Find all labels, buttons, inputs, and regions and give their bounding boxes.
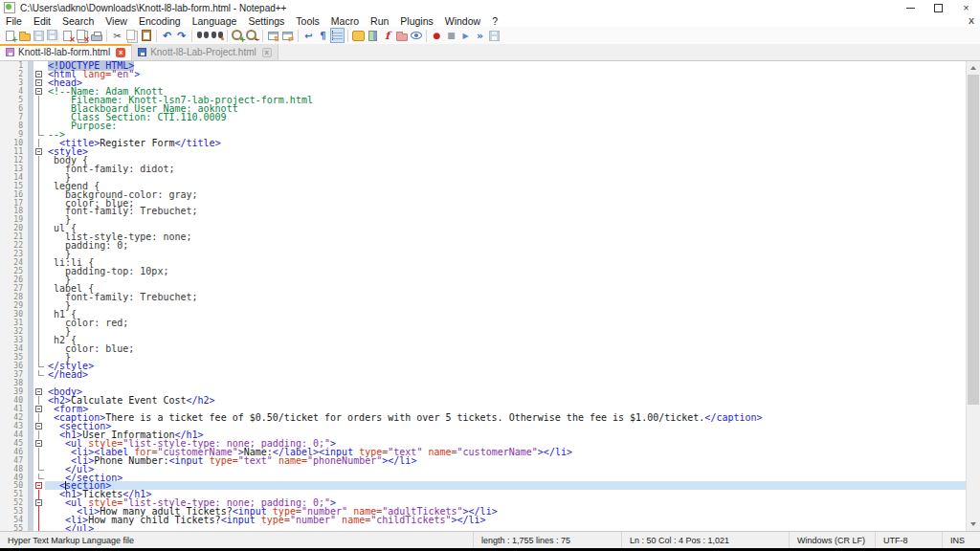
fold-margin[interactable] — [33, 147, 45, 156]
open-file-icon[interactable] — [18, 29, 31, 42]
cut-icon[interactable]: ✂ — [111, 29, 123, 42]
code-line[interactable]: 47 <li>Phone Number:<input type="text" n… — [0, 456, 966, 465]
code-text[interactable]: h2 { — [45, 336, 966, 344]
tab-Knott-l8-lab-form.html[interactable]: Knott-l8-lab-form.htmlx — [0, 44, 132, 60]
fold-margin[interactable] — [33, 319, 45, 327]
code-text[interactable]: padding-top: 10px; — [45, 267, 966, 276]
fold-margin[interactable] — [33, 353, 45, 362]
code-line[interactable]: 13 font-family: didot; — [0, 165, 966, 173]
fold-margin[interactable] — [33, 405, 45, 413]
fold-margin[interactable] — [33, 336, 45, 344]
code-line[interactable]: 31 color: red; — [0, 319, 966, 327]
editor[interactable]: 1<!DOCTYPE HTML>2<html lang="en">3<head>… — [0, 61, 980, 531]
code-text[interactable]: <title>Register Form</title> — [45, 139, 966, 147]
code-line[interactable]: 16 background-color: gray; — [0, 190, 966, 199]
sync-horizontal-scroll-icon[interactable] — [281, 29, 294, 42]
fold-margin[interactable] — [33, 284, 45, 293]
fold-margin[interactable] — [33, 241, 45, 250]
code-line[interactable]: 36</style> — [0, 362, 966, 370]
menu-help[interactable]: ? — [486, 15, 503, 27]
fold-margin[interactable] — [33, 276, 45, 284]
code-line[interactable]: 38 — [0, 379, 966, 387]
fold-margin[interactable] — [33, 207, 45, 215]
code-line[interactable]: 49 </section> — [0, 474, 966, 482]
menu-macro[interactable]: Macro — [325, 15, 365, 27]
status-encoding[interactable]: UTF-8 — [875, 532, 942, 548]
code-text[interactable]: } — [45, 173, 966, 182]
fold-margin[interactable] — [33, 498, 45, 507]
code-line[interactable]: 25 padding-top: 10px; — [0, 267, 966, 276]
fold-margin[interactable] — [33, 130, 45, 139]
code-text[interactable]: <caption>There is a ticket fee of $0.50/… — [45, 413, 966, 422]
restore-button[interactable] — [924, 0, 952, 15]
code-text[interactable]: padding: 0; — [45, 241, 966, 250]
run-macro-multiple-icon[interactable]: » — [474, 29, 486, 42]
fold-margin[interactable] — [33, 344, 45, 353]
code-line[interactable]: 1<!DOCTYPE HTML> — [0, 61, 966, 70]
code-text[interactable]: list-style-type: none; — [45, 232, 966, 241]
code-line[interactable]: 48 </ul> — [0, 465, 966, 474]
code-line[interactable]: 26 } — [0, 276, 966, 284]
minimize-button[interactable] — [897, 0, 924, 15]
code-text[interactable]: <style> — [45, 147, 966, 156]
code-line[interactable]: 8 Purpose: — [0, 121, 966, 130]
code-text[interactable]: <li>Phone Number:<input type="text" name… — [45, 456, 966, 465]
code-line[interactable]: 29 } — [0, 301, 966, 310]
save-all-icon[interactable] — [47, 29, 59, 42]
fold-margin[interactable] — [33, 327, 45, 336]
print-icon[interactable] — [90, 29, 102, 42]
scrollbar-thumb[interactable] — [968, 75, 979, 405]
code-text[interactable]: li:li { — [45, 258, 966, 267]
code-area[interactable]: 1<!DOCTYPE HTML>2<html lang="en">3<head>… — [0, 61, 966, 531]
code-text[interactable]: <section> — [45, 481, 966, 490]
zoom-in-icon[interactable]: + — [232, 29, 244, 42]
code-text[interactable]: </ul> — [45, 465, 966, 474]
code-text[interactable]: background-color: gray; — [45, 190, 966, 199]
fold-margin[interactable] — [33, 267, 45, 276]
fold-margin[interactable] — [33, 481, 45, 490]
code-text[interactable]: <h2>Calculate Event Cost</h2> — [45, 396, 966, 405]
code-line[interactable]: 55 </ul> — [0, 524, 966, 531]
code-text[interactable]: color: red; — [45, 319, 966, 327]
code-text[interactable]: </ul> — [45, 524, 966, 531]
fold-margin[interactable] — [33, 70, 45, 78]
code-line[interactable]: 54 <li>How many child Tickets?<input typ… — [0, 516, 966, 524]
fold-margin[interactable] — [33, 524, 45, 531]
code-line[interactable]: 21 list-style-type: none; — [0, 232, 966, 241]
undo-icon[interactable]: ↶ — [161, 29, 173, 42]
monitoring-icon[interactable] — [410, 29, 422, 42]
define-language-icon[interactable] — [352, 29, 365, 42]
menu-window[interactable]: Window — [439, 15, 486, 27]
tab-close-icon[interactable]: x — [262, 48, 272, 57]
code-text[interactable]: body { — [45, 156, 966, 165]
menu-run[interactable]: Run — [365, 15, 394, 27]
fold-margin[interactable] — [33, 250, 45, 258]
code-text[interactable]: Class Section: CTI.110.0009 — [45, 113, 966, 121]
close-button[interactable]: × — [952, 0, 980, 15]
word-wrap-icon[interactable]: ↩ — [302, 29, 315, 42]
fold-margin[interactable] — [33, 448, 45, 456]
fold-margin[interactable] — [33, 190, 45, 199]
fold-margin[interactable] — [33, 379, 45, 387]
fold-margin[interactable] — [33, 165, 45, 173]
code-text[interactable]: } — [45, 250, 966, 258]
fold-margin[interactable] — [33, 224, 45, 232]
show-indent-guide-icon[interactable] — [331, 29, 344, 42]
fold-margin[interactable] — [33, 370, 45, 379]
find-icon[interactable] — [196, 29, 209, 42]
menu-view[interactable]: View — [100, 15, 133, 27]
fold-margin[interactable] — [33, 490, 45, 498]
code-line[interactable]: 40<h2>Calculate Event Cost</h2> — [0, 396, 966, 405]
save-macro-icon[interactable] — [488, 29, 501, 42]
fold-margin[interactable] — [33, 396, 45, 405]
save-file-icon[interactable] — [33, 29, 45, 42]
fold-margin[interactable] — [33, 104, 45, 113]
fold-margin[interactable] — [33, 258, 45, 267]
code-line[interactable]: 30 h1 { — [0, 310, 966, 319]
fold-margin[interactable] — [33, 430, 45, 439]
fold-margin[interactable] — [33, 474, 45, 482]
code-line[interactable]: 35 } — [0, 353, 966, 362]
fold-margin[interactable] — [33, 199, 45, 208]
fold-margin[interactable] — [33, 121, 45, 130]
code-text[interactable]: font-family: Trebuchet; — [45, 207, 966, 215]
